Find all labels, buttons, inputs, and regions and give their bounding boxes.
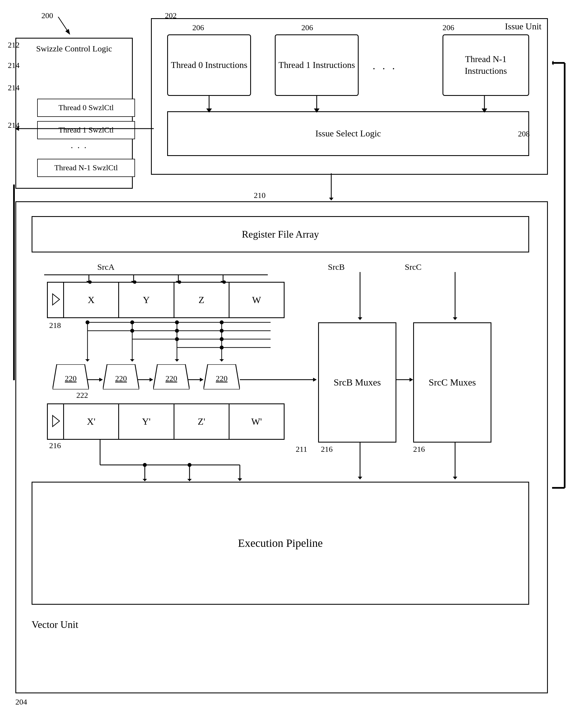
arrow-srcc-exec xyxy=(451,442,459,485)
svg-marker-7 xyxy=(53,294,60,305)
svg-marker-71 xyxy=(453,477,457,479)
x-label: X xyxy=(63,283,118,317)
svg-marker-16 xyxy=(220,281,226,283)
vector-unit-outer: 210 Register File Array SrcA SrcB SrcC X… xyxy=(15,201,548,693)
thread0-instructions: Thread 0 Instructions xyxy=(167,34,251,96)
wp-label: W' xyxy=(229,404,284,439)
svg-marker-73 xyxy=(358,317,362,320)
swizzle-left-line xyxy=(6,185,22,380)
arrow-srcc-top xyxy=(451,272,459,325)
vector-unit-label: Vector Unit xyxy=(32,619,78,630)
thread1-instructions: Thread 1 Instructions xyxy=(275,34,359,96)
mux-220-1: 220 xyxy=(53,364,89,390)
svg-text:220: 220 xyxy=(166,374,177,383)
svg-marker-15 xyxy=(175,281,181,283)
arrow-srcb-srcc xyxy=(396,375,417,384)
svg-marker-55 xyxy=(313,378,317,382)
triangle-x xyxy=(51,292,61,306)
issue-unit-label: Issue Unit xyxy=(505,21,541,32)
triangle-xp xyxy=(51,414,61,428)
w-label: W xyxy=(229,283,284,317)
svg-marker-79 xyxy=(552,61,553,65)
svg-marker-48 xyxy=(99,378,103,382)
svg-marker-67 xyxy=(187,479,192,481)
svg-marker-65 xyxy=(142,479,147,481)
svg-text:220: 220 xyxy=(216,374,228,383)
svg-marker-4 xyxy=(314,108,319,113)
svg-marker-69 xyxy=(358,477,362,479)
arrow-issue-down xyxy=(327,173,335,205)
issue-select-logic: Issue Select Logic xyxy=(167,111,529,156)
thread0-swzlctl: Thread 0 SwzlCtl xyxy=(37,99,135,117)
svg-marker-75 xyxy=(453,317,457,320)
xp-label: X' xyxy=(63,404,118,439)
svg-marker-2 xyxy=(206,108,212,113)
ref-210: 210 xyxy=(254,191,266,200)
arrow-mux2-mux3 xyxy=(138,375,156,384)
arrow-mux-srcb xyxy=(240,375,321,384)
mux-220-3: 220 xyxy=(153,364,190,390)
ref-204: 204 xyxy=(15,698,27,706)
svg-marker-34 xyxy=(130,359,134,362)
arrow-issue-to-swizzle xyxy=(14,123,157,134)
arrow-tN1-down xyxy=(480,96,488,113)
arrow-200 xyxy=(41,17,75,39)
crossbar-lines xyxy=(44,317,296,367)
yp-label: Y' xyxy=(118,404,173,439)
svg-marker-6 xyxy=(482,108,487,113)
thread-dots: · · · xyxy=(373,62,397,75)
arrow-t1-down xyxy=(312,96,321,113)
zp-label: Z' xyxy=(174,404,229,439)
issue-unit-outer: Issue Unit Thread 0 Instructions 206 Thr… xyxy=(151,18,548,175)
ref-216a: 216 xyxy=(49,441,61,450)
feedback-arrow-right xyxy=(552,43,575,617)
swizzle-control-logic-box: Swizzle Control Logic Thread 0 SwzlCtl T… xyxy=(15,38,133,189)
ref-216b: 216 xyxy=(321,445,333,454)
arrow-srcb-exec xyxy=(356,442,364,485)
diagram: 200 202 Swizzle Control Logic Thread 0 S… xyxy=(0,0,575,728)
ref-206a: 206 xyxy=(192,23,204,32)
svg-text:220: 220 xyxy=(115,374,127,383)
xyzw-row: X Y Z W xyxy=(47,282,284,318)
svg-marker-32 xyxy=(85,359,90,362)
execution-pipeline: Execution Pipeline xyxy=(32,482,529,605)
mux-220-2: 220 xyxy=(103,364,139,390)
ref-212: 212 xyxy=(8,40,20,49)
ref-208: 208 xyxy=(518,129,530,138)
threadN1-swzlctl: Thread N-1 SwzlCtl xyxy=(37,159,135,177)
y-label: Y xyxy=(118,283,173,317)
srcb-muxes: SrcB Muxes xyxy=(318,322,396,442)
srcc-muxes: SrcC Muxes xyxy=(413,322,492,442)
svg-marker-36 xyxy=(175,359,179,362)
swizzle-control-logic-label: Swizzle Control Logic xyxy=(21,43,128,54)
register-file-array: Register File Array xyxy=(32,216,529,253)
mux-220-4: 220 xyxy=(203,364,240,390)
svg-marker-61 xyxy=(238,478,242,481)
ellipsis: · · · xyxy=(71,142,88,154)
arrow-mux1-mux2 xyxy=(88,375,106,384)
ref-206b: 206 xyxy=(301,23,313,32)
z-label: Z xyxy=(174,283,229,317)
arrow-t0-down xyxy=(205,96,213,113)
svg-marker-84 xyxy=(15,126,19,131)
threadN1-instructions: Thread N-1 Instructions xyxy=(442,34,529,96)
svg-marker-38 xyxy=(219,359,224,362)
svg-marker-57 xyxy=(409,378,413,382)
svg-marker-82 xyxy=(329,198,334,200)
arrow-mux3-mux4 xyxy=(188,375,206,384)
srcb-label: SrcB xyxy=(328,262,345,272)
svg-marker-52 xyxy=(200,378,203,382)
svg-marker-50 xyxy=(149,378,153,382)
srca-lines xyxy=(16,258,290,283)
ref-216c: 216 xyxy=(413,445,425,454)
svg-marker-14 xyxy=(131,281,136,283)
ref-222: 222 xyxy=(76,391,88,400)
ref-214a: 214 xyxy=(8,61,20,70)
ref-214b: 214 xyxy=(8,83,20,92)
srcc-label: SrcC xyxy=(405,262,421,272)
xpyzpwp-row: X' Y' Z' W' xyxy=(47,403,284,440)
svg-marker-13 xyxy=(86,281,92,283)
output-lines xyxy=(72,440,296,485)
arrow-srcb-top xyxy=(356,272,364,325)
ref-206c: 206 xyxy=(442,23,454,32)
